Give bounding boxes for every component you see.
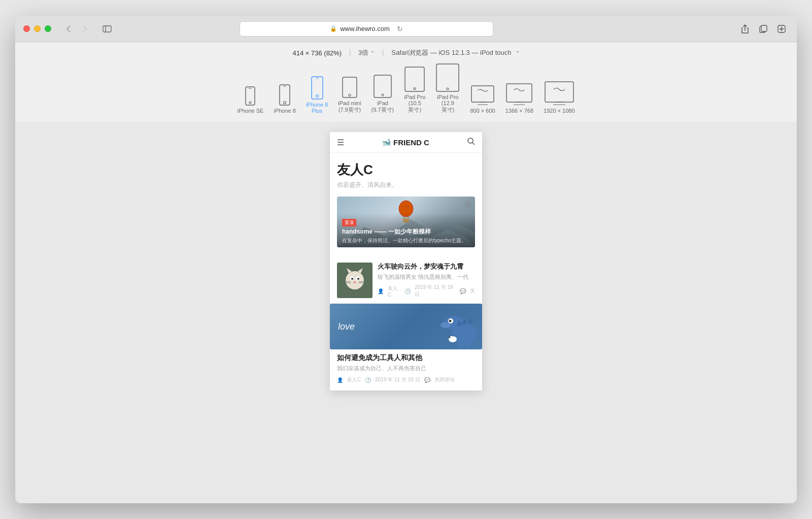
device-ipad-mini[interactable]: iPad mini(7.9英寸) (333, 75, 366, 116)
zoom-chevron-icon: ⌃ (370, 50, 375, 56)
svg-marker-62 (468, 317, 473, 323)
device-label-text: Safari浏览器 — iOS 12.1.3 — iPod touch (391, 48, 511, 57)
post-author-icon-2: 👤 (337, 377, 343, 383)
zoom-selector[interactable]: 3倍 ⌃ (358, 48, 375, 57)
post-author-icon-1: 👤 (378, 288, 384, 294)
toolbar-right (738, 24, 789, 34)
search-button[interactable] (467, 137, 475, 147)
device-label-ipad-mini: iPad mini(7.9英寸) (338, 100, 361, 114)
post-comments-1: 关 (470, 287, 475, 295)
device-label-800x600: 800 × 600 (470, 108, 495, 114)
maximize-button[interactable] (45, 25, 51, 32)
device-ipad-pro-105[interactable]: iPad Pro(10.5英寸) (399, 64, 430, 116)
browser-window: 🔒 www.ihewro.com ↻ (15, 16, 797, 503)
device-label-1920x1080: 1920 × 1080 (544, 108, 574, 114)
site-logo: 🐋 FRIEND C (382, 138, 429, 147)
post-card-2[interactable]: love (330, 304, 482, 391)
device-1920x1080[interactable]: 1920 × 1080 (538, 79, 580, 116)
svg-point-47 (351, 278, 353, 280)
post-info-1: 火车驶向云外，梦安魂于九霄 纷飞的温情男女 情仇恶根别离、一代 👤 友人C 🕐 … (378, 263, 475, 298)
device-selector[interactable]: Safari浏览器 — iOS 12.1.3 — iPod touch ⌃ (391, 48, 519, 57)
svg-rect-30 (545, 82, 573, 102)
minimize-button[interactable] (34, 25, 41, 32)
svg-point-23 (447, 88, 449, 90)
device-label-ipad-pro-105: iPad Pro(10.5英寸) (404, 94, 425, 114)
post-thumbnail-1 (337, 263, 373, 298)
svg-rect-13 (312, 77, 323, 99)
site-content-header: 友人C 你若盛开、清风自来。 (330, 153, 482, 257)
post-date-2: 2019 年 11 月 10 日 (375, 376, 420, 383)
hamburger-menu-icon[interactable]: ☰ (337, 138, 344, 147)
featured-post[interactable]: ⚙ 置顶 handsome —— 一如少年般模样 在复杂中，保持简洁。一款精心打… (337, 197, 475, 247)
device-ipad[interactable]: iPad(9.7英寸) (366, 73, 399, 116)
refresh-icon[interactable]: ↻ (397, 25, 403, 33)
featured-title: handsome —— 一如少年般模样 (342, 228, 470, 236)
sidebar-toggle-button[interactable] (100, 24, 114, 34)
device-label-1366x768: 1366 × 768 (505, 108, 533, 114)
svg-point-44 (346, 271, 364, 289)
back-button[interactable] (61, 24, 76, 34)
post-wide-image: love (330, 304, 482, 349)
svg-point-21 (414, 88, 416, 90)
site-title: 友人C (337, 161, 475, 179)
forward-button[interactable] (78, 24, 92, 34)
traffic-lights (23, 25, 51, 32)
svg-rect-10 (280, 85, 290, 105)
device-iphone-8-plus[interactable]: iPhone 8Plus (301, 74, 333, 116)
nav-buttons (61, 24, 92, 34)
device-label-ipad: iPad(9.7英寸) (371, 100, 394, 114)
post-comments-2: 关闭评论 (434, 376, 455, 383)
svg-rect-0 (103, 26, 111, 32)
svg-rect-64 (459, 342, 463, 348)
close-button[interactable] (23, 25, 30, 32)
svg-point-17 (349, 94, 351, 96)
svg-rect-65 (467, 342, 471, 348)
featured-gear-icon[interactable]: ⚙ (464, 201, 471, 209)
svg-rect-24 (471, 86, 494, 102)
svg-point-48 (357, 278, 359, 280)
device-iphone-8[interactable]: iPhone 8 (268, 82, 300, 116)
post-author-1: 友人C (388, 285, 400, 298)
device-1366x768[interactable]: 1366 × 768 (500, 81, 538, 116)
svg-rect-7 (246, 87, 255, 105)
post-card-1[interactable]: 火车驶向云外，梦安魂于九霄 纷飞的温情男女 情仇恶根别离、一代 👤 友人C 🕐 … (330, 257, 482, 304)
device-label-iphone-8-plus: iPhone 8Plus (306, 102, 328, 114)
post-wide-title: 如何避免成为工具人和其他 (330, 353, 482, 363)
post-wide-image-bg: love (330, 304, 482, 349)
svg-point-68 (449, 337, 451, 338)
device-chevron-icon: ⌃ (516, 50, 520, 56)
post-excerpt-1: 纷飞的温情男女 情仇恶根别离、一代 (378, 273, 475, 282)
svg-point-60 (441, 322, 451, 328)
svg-point-14 (316, 95, 318, 98)
duplicate-button[interactable] (756, 24, 770, 34)
post-comment-icon-1: 💬 (460, 288, 466, 294)
share-button[interactable] (738, 24, 752, 34)
device-iphone-se[interactable]: iPhone SE (232, 84, 268, 116)
device-800x600[interactable]: 800 × 600 (465, 83, 500, 116)
url-text: www.ihewro.com (340, 25, 390, 33)
post-author-2: 友人C (347, 376, 361, 383)
post-wide-meta: 👤 友人C 🕐 2019 年 11 月 10 日 💬 关闭评论 (330, 376, 482, 391)
title-bar: 🔒 www.ihewro.com ↻ (15, 16, 797, 42)
featured-desc: 在复杂中，保持简洁。一款精心打磨后的typecho主题。 (342, 237, 470, 244)
post-meta-1: 👤 友人C 🕐 2019 年 11 月 18 日 💬 关 (378, 284, 475, 298)
svg-rect-27 (506, 84, 532, 102)
post-date-1: 2019 年 11 月 18 日 (415, 284, 456, 298)
responsive-bar: 414 × 736 (82%) 3倍 ⌃ Safari浏览器 — iOS 12.… (15, 42, 797, 122)
dimensions-bar: 414 × 736 (82%) 3倍 ⌃ Safari浏览器 — iOS 12.… (293, 48, 520, 57)
new-tab-button[interactable] (774, 24, 789, 34)
svg-point-49 (353, 281, 356, 283)
svg-rect-3 (761, 25, 767, 31)
post-title-1: 火车驶向云外，梦安魂于九霄 (378, 263, 475, 271)
svg-point-11 (284, 102, 286, 104)
zoom-label: 3倍 (358, 48, 368, 57)
post-clock-icon-2: 🕐 (365, 377, 371, 383)
mobile-preview: ☰ 🐋 FRIEND C 友人C 你若盛开、清风自来。 (330, 132, 482, 391)
device-ipad-pro-129[interactable]: iPad Pro(12.9英寸) (430, 61, 465, 116)
featured-overlay: 置顶 handsome —— 一如少年般模样 在复杂中，保持简洁。一款精心打磨后… (337, 213, 475, 247)
site-header: ☰ 🐋 FRIEND C (330, 132, 482, 153)
logo-whale-icon: 🐋 (382, 138, 391, 147)
device-label-iphone-se: iPhone SE (237, 108, 263, 114)
address-bar[interactable]: 🔒 www.ihewro.com ↻ (240, 21, 493, 37)
site-subtitle: 你若盛开、清风自来。 (337, 181, 475, 189)
